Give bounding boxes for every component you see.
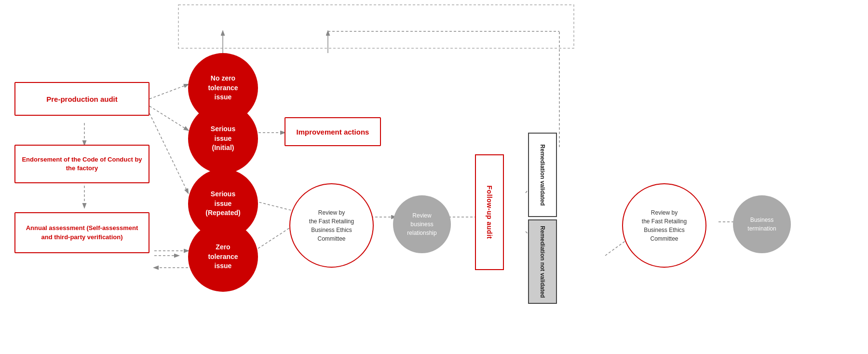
bec-committee-1-circle: Review bythe Fast RetailingBusiness Ethi… <box>289 183 374 268</box>
remediation-validated-label: Remediation validated <box>539 144 546 205</box>
serious-issue-initial-circle: Seriousissue(Initial) <box>188 104 258 174</box>
improvement-actions-box: Improvement actions <box>285 117 381 146</box>
zero-tolerance-circle: Zerotoleranceissue <box>188 222 258 292</box>
no-zero-tolerance-label: No zerotoleranceissue <box>208 74 238 102</box>
process-flow-diagram: Pre-production audit Endorsement of the … <box>0 0 868 354</box>
svg-line-5 <box>149 106 188 130</box>
pre-production-audit-box: Pre-production audit <box>14 82 149 116</box>
business-termination-label: Businesstermination <box>747 216 776 233</box>
serious-issue-repeated-label: Seriousissue(Repeated) <box>205 190 240 218</box>
zero-tolerance-label: Zerotoleranceissue <box>208 243 238 271</box>
svg-rect-0 <box>178 5 574 48</box>
bec-committee-1-label: Review bythe Fast RetailingBusiness Ethi… <box>309 208 354 243</box>
pre-production-audit-label: Pre-production audit <box>46 95 118 103</box>
endorsement-box: Endorsement of the Code of Conduct by th… <box>14 145 149 183</box>
remediation-validated-box: Remediation validated <box>528 133 557 217</box>
bec-committee-2-circle: Review bythe Fast RetailingBusiness Ethi… <box>622 183 706 268</box>
annual-assessment-box: Annual assessment (Self-assessment and t… <box>14 212 149 253</box>
review-business-circle: Reviewbusinessrelationship <box>393 195 451 253</box>
annual-assessment-label: Annual assessment (Self-assessment and t… <box>20 224 144 241</box>
followup-audit-box: Follow-up audit <box>475 154 504 270</box>
followup-audit-label: Follow-up audit <box>486 186 493 239</box>
review-business-label: Reviewbusinessrelationship <box>407 211 436 237</box>
svg-line-4 <box>149 84 188 99</box>
serious-issue-initial-label: Seriousissue(Initial) <box>211 124 235 153</box>
bec-committee-2-label: Review bythe Fast RetailingBusiness Ethi… <box>642 208 687 243</box>
endorsement-label: Endorsement of the Code of Conduct by th… <box>20 155 144 173</box>
business-termination-circle: Businesstermination <box>733 195 791 253</box>
svg-line-6 <box>149 113 188 193</box>
improvement-actions-label: Improvement actions <box>297 128 369 136</box>
remediation-not-validated-box: Remediation not validated <box>528 219 557 304</box>
remediation-not-validated-label: Remediation not validated <box>539 226 546 298</box>
